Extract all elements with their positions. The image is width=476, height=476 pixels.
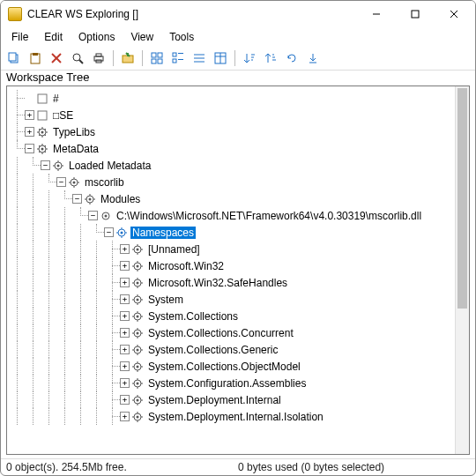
menu-view[interactable]: View [123,29,160,45]
gear-icon [131,411,144,423]
tree-label: TypeLibs [51,126,97,138]
svg-point-66 [73,181,76,183]
tree-row[interactable]: + Microsoft.Win32.SafeHandles [9,274,455,291]
gear-icon [131,377,144,390]
svg-point-110 [137,315,139,317]
svg-line-57 [45,145,47,147]
tree-label: # [51,93,61,105]
download-icon[interactable] [303,48,323,68]
tree-row[interactable]: + System.Collections.ObjectModel [9,358,455,375]
delete-button[interactable] [47,48,66,68]
tree-row[interactable]: + System.Deployment.Internal.Isolation [9,408,455,425]
svg-point-146 [137,415,139,418]
titlebar: CLEAR WS Exploring [] [1,1,475,27]
tree-container: + # + □SE + TypeLibs − MetaData − Loaded… [6,86,470,455]
svg-point-140 [137,398,139,401]
gear-icon [131,310,144,323]
collapse-icon[interactable]: − [41,160,50,170]
svg-line-48 [39,134,41,136]
box-icon [36,109,48,122]
menu-options[interactable]: Options [71,29,122,45]
svg-rect-18 [152,59,156,63]
menu-tools[interactable]: Tools [162,29,201,45]
expand-icon[interactable]: + [120,244,130,254]
tree-label: System.Deployment.Internal [146,394,283,406]
svg-point-86 [137,248,139,250]
expand-icon[interactable]: + [120,395,130,405]
svg-point-10 [73,54,80,61]
tree-row[interactable]: + System.Configuration.Assemblies [9,375,455,391]
view-list-button[interactable] [190,48,209,68]
workspace-tree[interactable]: + # + □SE + TypeLibs − MetaData − Loaded… [7,86,455,454]
copy-button[interactable] [4,48,24,68]
tree-row[interactable]: + # [9,90,455,107]
tree-row[interactable]: + [Unnamed] [9,241,455,257]
window-title: CLEAR WS Exploring [] [27,8,138,20]
tree-label: System.Collections.Generic [146,344,279,356]
tree-label: [Unnamed] [146,243,202,256]
svg-point-50 [41,147,44,150]
svg-rect-22 [173,59,176,63]
expand-icon[interactable]: + [120,412,130,421]
print-button[interactable] [89,48,108,68]
collapse-icon[interactable]: − [72,194,82,204]
view-details-button[interactable] [211,48,230,68]
close-button[interactable] [435,1,473,27]
tree-label: System.Collections.ObjectModel [146,361,302,373]
toolbar-separator [142,50,143,66]
tree-row[interactable]: + System.Collections [9,308,455,324]
app-icon [8,7,22,21]
expand-icon[interactable]: + [120,378,130,388]
menu-edit[interactable]: Edit [37,29,70,45]
tree-row[interactable]: + System.Collections.Generic [9,341,455,358]
svg-point-134 [137,382,139,384]
expand-icon[interactable]: + [120,311,130,321]
panel-header: Workspace Tree [1,71,475,86]
collapse-icon[interactable]: − [56,177,66,187]
expand-icon[interactable]: + [120,294,130,304]
scrollbar-thumb[interactable] [457,88,467,309]
svg-rect-1 [412,11,419,18]
view-large-button[interactable] [147,48,167,68]
tree-row[interactable]: − C:\Windows\Microsoft.NET\Framework64\v… [9,207,455,224]
vertical-scrollbar[interactable] [455,86,469,454]
tree-label: System.Deployment.Internal.Isolation [146,411,325,423]
tree-row[interactable]: + Microsoft.Win32 [9,257,455,274]
collapse-icon[interactable]: − [88,211,98,220]
expand-icon[interactable]: + [25,127,34,137]
tree-label: System.Configuration.Assemblies [146,377,308,390]
expand-icon[interactable]: + [120,278,130,287]
refresh-icon[interactable] [282,48,301,68]
minimize-button[interactable] [357,1,396,27]
tree-row[interactable]: + System.Deployment.Internal [9,391,455,408]
collapse-icon[interactable]: − [104,227,114,237]
svg-point-98 [137,281,139,284]
menu-file[interactable]: File [4,29,35,45]
collapse-icon[interactable]: − [25,144,34,153]
expand-icon[interactable]: + [120,328,130,338]
tree-row[interactable]: + System.Collections.Concurrent [9,324,455,341]
sort-desc-icon[interactable] [240,48,259,68]
gear-icon [131,327,144,339]
svg-point-122 [137,348,139,351]
new-folder-button[interactable] [118,48,138,68]
toolbar-separator [234,50,235,66]
paste-button[interactable] [26,48,45,68]
hash-icon [36,93,48,105]
search-button[interactable] [68,48,87,68]
toolbar-separator [113,50,114,66]
svg-line-11 [79,60,83,63]
maximize-button[interactable] [396,1,435,27]
gear-icon [84,193,96,205]
tree-row[interactable]: + System [9,291,455,308]
sort-asc-icon[interactable] [261,48,280,68]
expand-icon[interactable]: + [120,345,130,354]
tree-row[interactable]: + □SE [9,107,455,123]
expand-icon[interactable]: + [120,261,130,271]
expand-icon[interactable]: + [25,110,34,120]
gear-icon [131,243,144,256]
view-small-button[interactable] [168,48,188,68]
svg-point-128 [137,365,139,368]
expand-icon[interactable]: + [120,361,130,371]
gear-icon [52,160,64,172]
